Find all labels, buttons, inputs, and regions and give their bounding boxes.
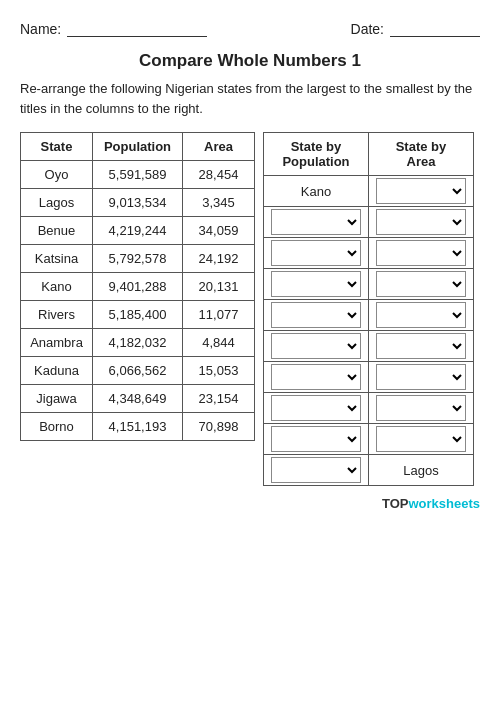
right-table-row: OyoLagosBenueKatsinaKanoRiversAnambraKad… bbox=[264, 424, 474, 455]
area-dropdown[interactable]: OyoLagosBenueKatsinaKanoRiversAnambraKad… bbox=[376, 426, 466, 452]
left-cell-state: Rivers bbox=[21, 301, 93, 329]
left-cell-state: Katsina bbox=[21, 245, 93, 273]
population-dropdown[interactable]: OyoLagosBenueKatsinaKanoRiversAnambraKad… bbox=[271, 457, 361, 483]
footer-top: TOP bbox=[382, 496, 409, 511]
left-cell-population: 4,182,032 bbox=[93, 329, 183, 357]
date-label: Date: bbox=[351, 21, 384, 37]
population-dropdown[interactable]: OyoLagosBenueKatsinaKanoRiversAnambraKad… bbox=[271, 364, 361, 390]
left-cell-area: 23,154 bbox=[183, 385, 255, 413]
date-input[interactable] bbox=[390, 20, 480, 37]
area-dropdown[interactable]: OyoLagosBenueKatsinaKanoRiversAnambraKad… bbox=[376, 209, 466, 235]
left-table-row: Borno4,151,19370,898 bbox=[21, 413, 255, 441]
cell-by-area[interactable]: OyoLagosBenueKatsinaKanoRiversAnambraKad… bbox=[369, 424, 474, 455]
left-cell-state: Benue bbox=[21, 217, 93, 245]
population-dropdown[interactable]: OyoLagosBenueKatsinaKanoRiversAnambraKad… bbox=[271, 395, 361, 421]
date-group: Date: bbox=[351, 20, 480, 37]
area-dropdown[interactable]: OyoLagosBenueKatsinaKanoRiversAnambraKad… bbox=[376, 178, 466, 204]
left-table-row: Katsina5,792,57824,192 bbox=[21, 245, 255, 273]
left-cell-state: Jigawa bbox=[21, 385, 93, 413]
right-table-row: OyoLagosBenueKatsinaKanoRiversAnambraKad… bbox=[264, 238, 474, 269]
area-dropdown[interactable]: OyoLagosBenueKatsinaKanoRiversAnambraKad… bbox=[376, 240, 466, 266]
right-table-row: OyoLagosBenueKatsinaKanoRiversAnambraKad… bbox=[264, 362, 474, 393]
area-dropdown[interactable]: OyoLagosBenueKatsinaKanoRiversAnambraKad… bbox=[376, 271, 466, 297]
col-area: Area bbox=[183, 133, 255, 161]
left-cell-population: 4,151,193 bbox=[93, 413, 183, 441]
right-table-row: OyoLagosBenueKatsinaKanoRiversAnambraKad… bbox=[264, 300, 474, 331]
left-cell-population: 6,066,562 bbox=[93, 357, 183, 385]
population-dropdown[interactable]: OyoLagosBenueKatsinaKanoRiversAnambraKad… bbox=[271, 302, 361, 328]
left-cell-area: 34,059 bbox=[183, 217, 255, 245]
col-state-by-area: State byArea bbox=[369, 133, 474, 176]
left-cell-population: 9,013,534 bbox=[93, 189, 183, 217]
footer: TOPworksheets bbox=[20, 496, 480, 511]
right-table-row: OyoLagosBenueKatsinaKanoRiversAnambraKad… bbox=[264, 331, 474, 362]
left-cell-area: 11,077 bbox=[183, 301, 255, 329]
name-input[interactable] bbox=[67, 20, 207, 37]
cell-by-population[interactable]: OyoLagosBenueKatsinaKanoRiversAnambraKad… bbox=[264, 269, 369, 300]
left-cell-population: 4,348,649 bbox=[93, 385, 183, 413]
right-table-row: OyoLagosBenueKatsinaKanoRiversAnambraKad… bbox=[264, 393, 474, 424]
cell-by-population[interactable]: OyoLagosBenueKatsinaKanoRiversAnambraKad… bbox=[264, 424, 369, 455]
instructions: Re-arrange the following Nigerian states… bbox=[20, 79, 480, 118]
cell-by-area[interactable]: OyoLagosBenueKatsinaKanoRiversAnambraKad… bbox=[369, 393, 474, 424]
population-dropdown[interactable]: OyoLagosBenueKatsinaKanoRiversAnambraKad… bbox=[271, 333, 361, 359]
page-title: Compare Whole Numbers 1 bbox=[20, 51, 480, 71]
cell-by-population[interactable]: OyoLagosBenueKatsinaKanoRiversAnambraKad… bbox=[264, 300, 369, 331]
left-table-row: Anambra4,182,0324,844 bbox=[21, 329, 255, 357]
cell-by-population[interactable]: OyoLagosBenueKatsinaKanoRiversAnambraKad… bbox=[264, 362, 369, 393]
left-table-row: Benue4,219,24434,059 bbox=[21, 217, 255, 245]
left-cell-state: Kano bbox=[21, 273, 93, 301]
population-dropdown[interactable]: OyoLagosBenueKatsinaKanoRiversAnambraKad… bbox=[271, 240, 361, 266]
left-cell-area: 3,345 bbox=[183, 189, 255, 217]
left-cell-area: 4,844 bbox=[183, 329, 255, 357]
col-population: Population bbox=[93, 133, 183, 161]
area-dropdown[interactable]: OyoLagosBenueKatsinaKanoRiversAnambraKad… bbox=[376, 333, 466, 359]
right-table-row: OyoLagosBenueKatsinaKanoRiversAnambraKad… bbox=[264, 269, 474, 300]
cell-by-area[interactable]: OyoLagosBenueKatsinaKanoRiversAnambraKad… bbox=[369, 176, 474, 207]
cell-by-population[interactable]: OyoLagosBenueKatsinaKanoRiversAnambraKad… bbox=[264, 207, 369, 238]
cell-by-population[interactable]: OyoLagosBenueKatsinaKanoRiversAnambraKad… bbox=[264, 331, 369, 362]
area-dropdown[interactable]: OyoLagosBenueKatsinaKanoRiversAnambraKad… bbox=[376, 302, 466, 328]
footer-worksheets: worksheets bbox=[408, 496, 480, 511]
cell-by-area[interactable]: OyoLagosBenueKatsinaKanoRiversAnambraKad… bbox=[369, 269, 474, 300]
left-cell-state: Lagos bbox=[21, 189, 93, 217]
col-state-by-population: State byPopulation bbox=[264, 133, 369, 176]
area-dropdown[interactable]: OyoLagosBenueKatsinaKanoRiversAnambraKad… bbox=[376, 364, 466, 390]
cell-by-population[interactable]: OyoLagosBenueKatsinaKanoRiversAnambraKad… bbox=[264, 455, 369, 486]
left-cell-state: Borno bbox=[21, 413, 93, 441]
cell-by-area: Lagos bbox=[369, 455, 474, 486]
right-table: State byPopulation State byArea KanoOyoL… bbox=[263, 132, 474, 486]
left-table: State Population Area Oyo5,591,58928,454… bbox=[20, 132, 255, 441]
cell-by-population[interactable]: OyoLagosBenueKatsinaKanoRiversAnambraKad… bbox=[264, 393, 369, 424]
left-cell-population: 9,401,288 bbox=[93, 273, 183, 301]
left-table-row: Kano9,401,28820,131 bbox=[21, 273, 255, 301]
left-cell-area: 15,053 bbox=[183, 357, 255, 385]
left-cell-area: 24,192 bbox=[183, 245, 255, 273]
population-dropdown[interactable]: OyoLagosBenueKatsinaKanoRiversAnambraKad… bbox=[271, 426, 361, 452]
left-cell-state: Kaduna bbox=[21, 357, 93, 385]
col-state: State bbox=[21, 133, 93, 161]
cell-by-area[interactable]: OyoLagosBenueKatsinaKanoRiversAnambraKad… bbox=[369, 331, 474, 362]
area-dropdown[interactable]: OyoLagosBenueKatsinaKanoRiversAnambraKad… bbox=[376, 395, 466, 421]
left-table-row: Lagos9,013,5343,345 bbox=[21, 189, 255, 217]
right-table-row: OyoLagosBenueKatsinaKanoRiversAnambraKad… bbox=[264, 455, 474, 486]
right-table-row: KanoOyoLagosBenueKatsinaKanoRiversAnambr… bbox=[264, 176, 474, 207]
left-table-row: Oyo5,591,58928,454 bbox=[21, 161, 255, 189]
left-cell-population: 5,185,400 bbox=[93, 301, 183, 329]
cell-by-area[interactable]: OyoLagosBenueKatsinaKanoRiversAnambraKad… bbox=[369, 238, 474, 269]
header: Name: Date: bbox=[20, 20, 480, 37]
left-cell-state: Oyo bbox=[21, 161, 93, 189]
population-dropdown[interactable]: OyoLagosBenueKatsinaKanoRiversAnambraKad… bbox=[271, 209, 361, 235]
cell-by-area[interactable]: OyoLagosBenueKatsinaKanoRiversAnambraKad… bbox=[369, 362, 474, 393]
left-cell-area: 20,131 bbox=[183, 273, 255, 301]
cell-by-area[interactable]: OyoLagosBenueKatsinaKanoRiversAnambraKad… bbox=[369, 300, 474, 331]
tables-container: State Population Area Oyo5,591,58928,454… bbox=[20, 132, 480, 486]
left-cell-population: 4,219,244 bbox=[93, 217, 183, 245]
left-table-row: Kaduna6,066,56215,053 bbox=[21, 357, 255, 385]
left-cell-state: Anambra bbox=[21, 329, 93, 357]
left-table-row: Jigawa4,348,64923,154 bbox=[21, 385, 255, 413]
cell-by-population[interactable]: OyoLagosBenueKatsinaKanoRiversAnambraKad… bbox=[264, 238, 369, 269]
population-dropdown[interactable]: OyoLagosBenueKatsinaKanoRiversAnambraKad… bbox=[271, 271, 361, 297]
left-cell-area: 28,454 bbox=[183, 161, 255, 189]
cell-by-area[interactable]: OyoLagosBenueKatsinaKanoRiversAnambraKad… bbox=[369, 207, 474, 238]
